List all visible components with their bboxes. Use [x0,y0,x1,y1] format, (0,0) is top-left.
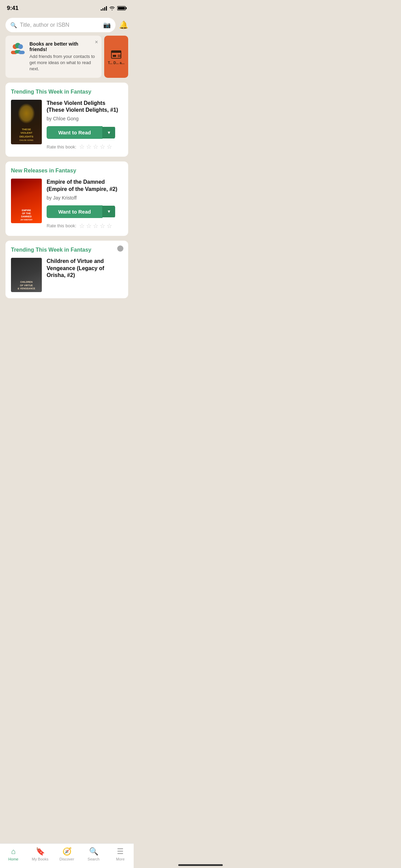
book-cover-covv[interactable]: CHILDRENOF VIRTUE& VENGEANCE [11,258,42,292]
want-to-read-dropdown-eotd[interactable]: ▼ [102,206,115,217]
book-card-eotd: New Releases in Fantasy EMPIREOF THEDAMN… [5,161,128,236]
book-cover-eotd[interactable]: EMPIREOF THEDAMNEDJAY KRISTOFF [11,179,42,223]
svg-rect-8 [19,51,25,54]
book-row-tvd: THESEVIOLENTDELIGHTSCHLOE GONG These Vio… [11,100,123,151]
star-1[interactable]: ☆ [79,143,85,150]
ad-banner[interactable]: T... D... a... [104,36,128,78]
friends-banner: Books are better with friends! Add frien… [5,36,101,78]
stars-eotd[interactable]: ☆ ☆ ☆ ☆ ☆ [79,222,112,230]
want-to-read-button-eotd[interactable]: Want to Read ▼ [47,205,115,218]
stars-tvd[interactable]: ☆ ☆ ☆ ☆ ☆ [79,143,112,150]
main-content: Trending This Week in Fantasy THESEVIOLE… [0,78,134,326]
ad-banner-text: T... D... a... [108,61,124,65]
friends-banner-text: Books are better with friends! Add frien… [29,41,97,72]
want-to-read-dropdown-tvd[interactable]: ▼ [102,127,115,138]
svg-rect-1 [126,7,127,9]
status-bar: 9:41 [0,0,134,14]
svg-rect-2 [118,7,125,9]
rate-label-tvd: Rate this book: [47,144,76,149]
battery-icon [117,6,127,11]
book-title-tvd: These Violent Delights (These Violent De… [47,100,123,114]
friends-banner-subtitle: Add friends from your contacts to get mo… [29,53,97,72]
book-info-tvd: These Violent Delights (These Violent De… [47,100,123,151]
ad-banner-icon [110,49,122,60]
want-to-read-main-tvd[interactable]: Want to Read [47,126,102,139]
status-dot [117,245,123,252]
book-info-covv: Children of Virtue and Vengeance (Legacy… [47,258,123,281]
book-row-covv: CHILDRENOF VIRTUE& VENGEANCE Children of… [11,258,123,292]
star-2[interactable]: ☆ [86,222,92,230]
svg-rect-12 [118,55,121,56]
star-5[interactable]: ☆ [107,222,112,230]
card-header-new-releases: New Releases in Fantasy [11,168,123,174]
wifi-icon [109,6,115,11]
star-5[interactable]: ☆ [107,143,112,150]
rate-row-tvd: Rate this book: ☆ ☆ ☆ ☆ ☆ [47,143,123,150]
card-header-trending-1: Trending This Week in Fantasy [11,89,123,95]
svg-point-5 [18,44,23,49]
want-to-read-button-tvd[interactable]: Want to Read ▼ [47,126,115,139]
star-1[interactable]: ☆ [79,222,85,230]
book-author-tvd: by Chloe Gong [47,116,123,121]
book-author-eotd: by Jay Kristoff [47,195,123,201]
svg-rect-10 [111,51,121,53]
book-row-eotd: EMPIREOF THEDAMNEDJAY KRISTOFF Empire of… [11,179,123,230]
svg-rect-13 [118,56,121,57]
star-2[interactable]: ☆ [86,143,92,150]
friends-banner-icon [10,41,25,59]
rate-label-eotd: Rate this book: [47,223,76,228]
book-title-eotd: Empire of the Damned (Empire of the Vamp… [47,179,123,193]
search-area: 🔍 Title, author or ISBN 📷 🔔 [0,14,134,36]
star-3[interactable]: ☆ [93,143,98,150]
banners-row: Books are better with friends! Add frien… [0,36,134,78]
book-card-tvd: Trending This Week in Fantasy THESEVIOLE… [5,83,128,157]
friends-banner-title: Books are better with friends! [29,41,97,52]
star-3[interactable]: ☆ [93,222,98,230]
notification-bell-icon[interactable]: 🔔 [119,21,128,29]
want-to-read-main-eotd[interactable]: Want to Read [47,205,102,218]
camera-icon[interactable]: 📷 [103,21,111,29]
search-placeholder: Title, author or ISBN [20,22,100,28]
book-info-eotd: Empire of the Damned (Empire of the Vamp… [47,179,123,230]
star-4[interactable]: ☆ [100,222,105,230]
status-icons [101,6,127,11]
book-cover-tvd[interactable]: THESEVIOLENTDELIGHTSCHLOE GONG [11,100,42,144]
friends-banner-close[interactable]: × [95,39,98,45]
card-header-trending-2: Trending This Week in Fantasy [11,247,123,253]
search-bar[interactable]: 🔍 Title, author or ISBN 📷 [5,18,116,32]
star-4[interactable]: ☆ [100,143,105,150]
svg-rect-11 [113,55,116,57]
rate-row-eotd: Rate this book: ☆ ☆ ☆ ☆ ☆ [47,222,123,230]
book-card-covv: Trending This Week in Fantasy CHILDRENOF… [5,241,128,298]
signal-icon [101,6,107,11]
status-time: 9:41 [7,5,19,12]
book-title-covv: Children of Virtue and Vengeance (Legacy… [47,258,123,279]
search-icon: 🔍 [10,22,17,28]
